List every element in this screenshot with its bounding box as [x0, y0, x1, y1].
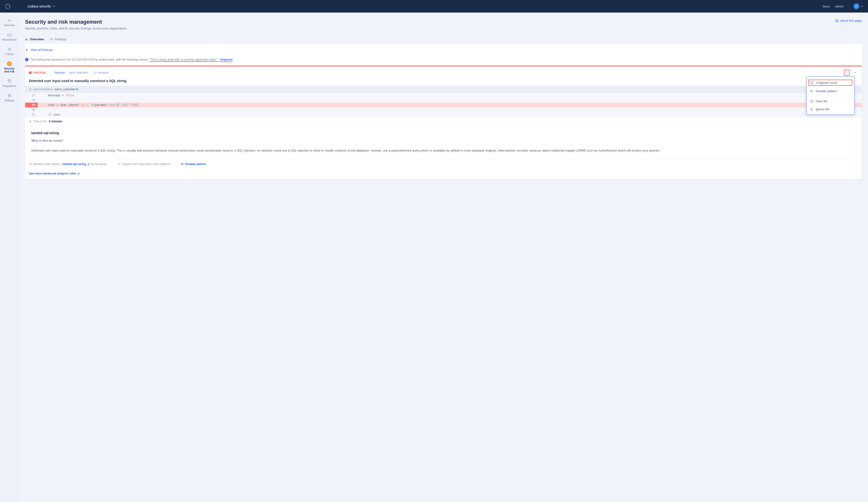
external-link-icon — [87, 163, 90, 165]
sidebar-label: Settings — [4, 99, 14, 102]
code-line: user = User.where("id = '#{params[:user]… — [38, 103, 138, 108]
svg-point-9 — [811, 91, 812, 91]
category-link[interactable]: Security — [54, 71, 65, 74]
chevron-down-icon — [861, 5, 863, 8]
svg-point-12 — [182, 164, 182, 164]
code-line — [38, 108, 39, 112]
sidebar: Overview Repositories Policies Security … — [0, 12, 19, 502]
unignore-link[interactable]: Unignore — [220, 58, 233, 62]
shield-icon — [7, 61, 12, 66]
chart-icon — [7, 18, 12, 23]
info-icon: i — [25, 58, 29, 61]
dropdown-disable[interactable]: Disable pattern — [807, 87, 854, 95]
advanced-rules-link[interactable]: See more advanced analysis rules — [25, 169, 862, 179]
ttf-value: 5 minutes — [49, 120, 62, 123]
disable-pattern-link[interactable]: Disable pattern — [185, 162, 206, 166]
org-name: codacy-security — [28, 4, 51, 8]
tab-label: Findings — [54, 37, 66, 41]
sidebar-item-policies[interactable]: Policies — [3, 46, 16, 57]
back-link[interactable]: View all findings — [25, 48, 862, 56]
about-page-link[interactable]: About this page — [835, 19, 862, 22]
dropdown-ignorefile[interactable]: Ignore file — [807, 105, 854, 113]
info-bar: i This finding was ignored on Oct 23 202… — [25, 56, 862, 66]
org-selector[interactable]: codacy-security — [28, 4, 55, 8]
list-icon — [7, 47, 12, 52]
chevron-down-icon — [53, 5, 55, 8]
finding-title: Detected user input used to manually con… — [25, 79, 862, 86]
tab-overview[interactable]: Overview — [25, 37, 44, 43]
code-line: if user — [38, 112, 60, 117]
finding-footer: Related code pattern: tainted-sql-string… — [25, 159, 862, 169]
pattern-link[interactable]: tainted-sql-string — [62, 162, 90, 166]
wrench-icon — [29, 120, 32, 123]
actions-dropdown: Unignore issue Disable pattern View file — [806, 77, 855, 115]
repo-tag[interactable]: railsgoat — [94, 71, 109, 74]
divider — [175, 162, 176, 166]
severity-badge: CRITICAL — [29, 71, 50, 74]
ignore-icon — [810, 108, 813, 111]
rule-description: Detected user input used to manually con… — [31, 148, 856, 153]
why-question: Why is this an issue? — [31, 139, 856, 142]
applied-text: Applied from repository code patterns — [122, 162, 170, 166]
related-prefix: Related code pattern: — [33, 162, 61, 166]
line-number: 28 — [25, 98, 38, 103]
file-icon — [810, 100, 813, 103]
dropdown-label: View file — [816, 99, 827, 103]
folder-icon — [7, 32, 12, 37]
svg-point-6 — [847, 72, 848, 73]
rule-name: tainted-sql-string — [31, 131, 856, 135]
file-icon — [29, 88, 32, 91]
puzzle-icon — [7, 79, 12, 83]
file-path-bar[interactable]: app/controllers/users_controller.rb — [25, 86, 862, 93]
sidebar-item-repositories[interactable]: Repositories — [0, 31, 18, 42]
collapse-button[interactable] — [852, 70, 858, 76]
dropdown-unignore[interactable]: Unignore issue — [808, 79, 853, 86]
main-content: Security and risk management Identify, p… — [19, 12, 868, 502]
more-actions-button[interactable] — [844, 70, 850, 76]
dropdown-label: Disable pattern — [816, 89, 837, 93]
sidebar-item-integrations[interactable]: Integrations — [1, 78, 18, 88]
admin-link[interactable]: Admin — [835, 4, 844, 8]
svg-point-4 — [846, 72, 846, 73]
line-number: 31 — [25, 112, 38, 117]
svg-point-3 — [9, 95, 10, 96]
dropdown-label: Unignore issue — [816, 81, 837, 84]
dots-icon — [845, 71, 848, 74]
dropdown-viewfile[interactable]: View file — [807, 97, 854, 105]
svg-point-2 — [8, 94, 11, 97]
ttf-label: Time to fix: — [33, 120, 47, 123]
sidebar-item-security[interactable]: Security and risk — [0, 60, 19, 74]
line-number: 29 — [25, 103, 38, 108]
sidebar-label: Policies — [5, 53, 14, 56]
ignore-reason: "This is being dealt with on another app… — [149, 58, 219, 62]
about-text: About this page — [840, 19, 862, 22]
folder-icon — [94, 71, 97, 74]
tabs: Overview Findings — [25, 37, 862, 44]
severity-text: CRITICAL — [33, 71, 46, 74]
repo-name: railsgoat — [98, 71, 109, 74]
arrow-left-icon — [25, 48, 29, 52]
docs-link[interactable]: Docs — [823, 4, 830, 8]
line-number: 27 — [25, 93, 38, 98]
gear-icon — [7, 93, 12, 98]
page-title: Security and risk management — [25, 19, 127, 25]
finding-detail: tainted-sql-string Why is this an issue?… — [25, 126, 862, 159]
tab-findings[interactable]: Findings — [50, 37, 66, 43]
file-name: users_controller.rb — [54, 88, 78, 91]
list-icon — [50, 38, 53, 41]
sidebar-label: Overview — [4, 24, 15, 27]
user-menu[interactable] — [854, 3, 863, 9]
chevron-up-icon — [854, 71, 856, 74]
severity-bars-icon — [29, 71, 32, 74]
tab-label: Overview — [30, 37, 44, 41]
svg-point-1 — [8, 63, 10, 65]
sidebar-label: Security and risk — [1, 67, 17, 73]
chart-icon — [25, 38, 29, 41]
logo-icon — [5, 3, 11, 9]
time-to-fix: Time to fix: 5 minutes — [25, 117, 862, 126]
external-link-icon — [78, 172, 80, 175]
avatar-icon — [854, 3, 859, 9]
svg-point-0 — [6, 4, 10, 8]
sidebar-item-settings[interactable]: Settings — [3, 92, 16, 103]
sidebar-item-overview[interactable]: Overview — [2, 17, 17, 28]
